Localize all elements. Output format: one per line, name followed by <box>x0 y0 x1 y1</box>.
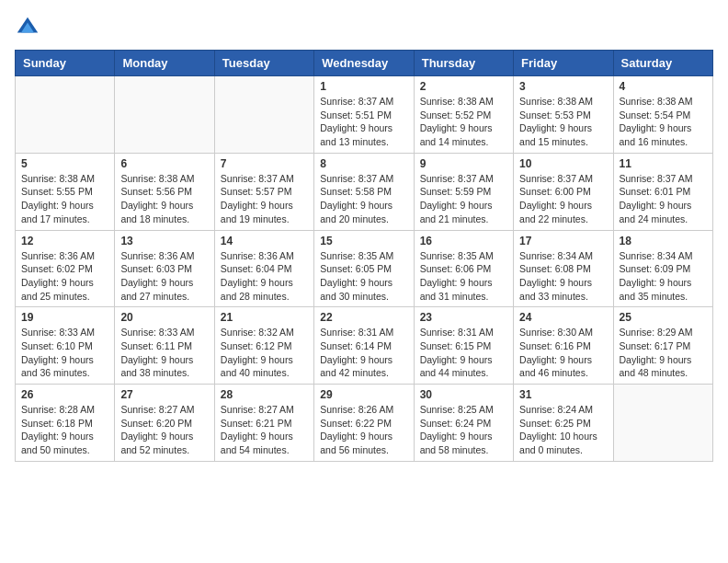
day-info: Sunrise: 8:38 AMSunset: 5:56 PMDaylight:… <box>120 172 208 226</box>
calendar-cell: 24Sunrise: 8:30 AMSunset: 6:16 PMDayligh… <box>514 307 613 385</box>
day-info: Sunrise: 8:36 AMSunset: 6:04 PMDaylight:… <box>221 249 308 304</box>
calendar-cell: 30Sunrise: 8:25 AMSunset: 6:24 PMDayligh… <box>414 385 513 462</box>
day-info: Sunrise: 8:35 AMSunset: 6:06 PMDaylight:… <box>420 249 507 304</box>
calendar-cell <box>16 76 115 154</box>
calendar-cell: 8Sunrise: 8:37 AMSunset: 5:58 PMDaylight… <box>314 153 414 230</box>
calendar-cell: 11Sunrise: 8:37 AMSunset: 6:01 PMDayligh… <box>613 153 712 230</box>
calendar-cell: 25Sunrise: 8:29 AMSunset: 6:17 PMDayligh… <box>613 307 712 385</box>
day-number: 13 <box>120 235 208 247</box>
day-info: Sunrise: 8:26 AMSunset: 6:22 PMDaylight:… <box>320 403 407 457</box>
day-info: Sunrise: 8:25 AMSunset: 6:24 PMDaylight:… <box>420 403 507 457</box>
calendar-cell: 18Sunrise: 8:34 AMSunset: 6:09 PMDayligh… <box>613 230 712 307</box>
day-number: 15 <box>320 235 407 247</box>
day-number: 22 <box>320 311 407 324</box>
day-info: Sunrise: 8:30 AMSunset: 6:16 PMDaylight:… <box>519 326 607 380</box>
day-number: 23 <box>420 311 507 324</box>
day-number: 12 <box>21 235 108 247</box>
calendar-cell: 19Sunrise: 8:33 AMSunset: 6:10 PMDayligh… <box>16 307 115 385</box>
calendar-cell <box>214 76 313 154</box>
calendar-cell: 20Sunrise: 8:33 AMSunset: 6:11 PMDayligh… <box>115 307 214 385</box>
calendar-cell: 12Sunrise: 8:36 AMSunset: 6:02 PMDayligh… <box>16 230 115 307</box>
calendar-cell: 6Sunrise: 8:38 AMSunset: 5:56 PMDaylight… <box>115 153 214 230</box>
calendar-cell <box>115 76 214 154</box>
day-number: 25 <box>620 311 707 324</box>
calendar: SundayMondayTuesdayWednesdayThursdayFrid… <box>15 50 713 462</box>
logo <box>15 15 42 40</box>
day-info: Sunrise: 8:36 AMSunset: 6:03 PMDaylight:… <box>120 249 208 304</box>
day-number: 6 <box>120 157 208 170</box>
weekday-header-saturday: Saturday <box>613 51 712 76</box>
day-number: 20 <box>120 311 208 324</box>
weekday-header-sunday: Sunday <box>16 51 115 76</box>
day-number: 31 <box>519 388 607 401</box>
calendar-cell: 22Sunrise: 8:31 AMSunset: 6:14 PMDayligh… <box>314 307 414 385</box>
day-number: 21 <box>221 311 308 324</box>
calendar-cell: 27Sunrise: 8:27 AMSunset: 6:20 PMDayligh… <box>115 385 214 462</box>
weekday-header-tuesday: Tuesday <box>214 51 313 76</box>
day-info: Sunrise: 8:37 AMSunset: 5:58 PMDaylight:… <box>320 172 407 226</box>
calendar-cell: 16Sunrise: 8:35 AMSunset: 6:06 PMDayligh… <box>414 230 513 307</box>
day-info: Sunrise: 8:31 AMSunset: 6:15 PMDaylight:… <box>420 326 507 380</box>
day-number: 1 <box>320 80 407 93</box>
calendar-cell: 5Sunrise: 8:38 AMSunset: 5:55 PMDaylight… <box>16 153 115 230</box>
calendar-cell: 3Sunrise: 8:38 AMSunset: 5:53 PMDaylight… <box>514 76 613 154</box>
day-info: Sunrise: 8:38 AMSunset: 5:55 PMDaylight:… <box>21 172 108 226</box>
day-number: 17 <box>519 235 607 247</box>
day-info: Sunrise: 8:33 AMSunset: 6:11 PMDaylight:… <box>120 326 208 380</box>
day-info: Sunrise: 8:37 AMSunset: 6:00 PMDaylight:… <box>519 172 607 226</box>
weekday-header-monday: Monday <box>115 51 214 76</box>
day-info: Sunrise: 8:24 AMSunset: 6:25 PMDaylight:… <box>519 403 607 457</box>
day-number: 16 <box>420 235 507 247</box>
day-number: 5 <box>21 157 108 170</box>
calendar-cell: 1Sunrise: 8:37 AMSunset: 5:51 PMDaylight… <box>314 76 414 154</box>
calendar-cell: 26Sunrise: 8:28 AMSunset: 6:18 PMDayligh… <box>16 385 115 462</box>
day-number: 3 <box>519 80 607 93</box>
day-number: 26 <box>21 388 108 401</box>
calendar-week-3: 12Sunrise: 8:36 AMSunset: 6:02 PMDayligh… <box>16 230 713 307</box>
day-info: Sunrise: 8:28 AMSunset: 6:18 PMDaylight:… <box>21 403 108 457</box>
day-info: Sunrise: 8:38 AMSunset: 5:53 PMDaylight:… <box>519 95 607 149</box>
day-info: Sunrise: 8:32 AMSunset: 6:12 PMDaylight:… <box>221 326 308 380</box>
calendar-cell: 28Sunrise: 8:27 AMSunset: 6:21 PMDayligh… <box>214 385 313 462</box>
day-number: 18 <box>620 235 707 247</box>
calendar-week-4: 19Sunrise: 8:33 AMSunset: 6:10 PMDayligh… <box>16 307 713 385</box>
weekday-header-wednesday: Wednesday <box>314 51 414 76</box>
weekday-header-thursday: Thursday <box>414 51 513 76</box>
calendar-cell: 2Sunrise: 8:38 AMSunset: 5:52 PMDaylight… <box>414 76 513 154</box>
calendar-cell: 21Sunrise: 8:32 AMSunset: 6:12 PMDayligh… <box>214 307 313 385</box>
day-number: 30 <box>420 388 507 401</box>
day-info: Sunrise: 8:31 AMSunset: 6:14 PMDaylight:… <box>320 326 407 380</box>
day-number: 8 <box>320 157 407 170</box>
calendar-cell: 23Sunrise: 8:31 AMSunset: 6:15 PMDayligh… <box>414 307 513 385</box>
day-info: Sunrise: 8:34 AMSunset: 6:09 PMDaylight:… <box>620 249 707 304</box>
page-header <box>15 15 713 40</box>
day-number: 10 <box>519 157 607 170</box>
calendar-cell: 7Sunrise: 8:37 AMSunset: 5:57 PMDaylight… <box>214 153 313 230</box>
calendar-cell: 13Sunrise: 8:36 AMSunset: 6:03 PMDayligh… <box>115 230 214 307</box>
day-info: Sunrise: 8:37 AMSunset: 6:01 PMDaylight:… <box>620 172 707 226</box>
day-number: 14 <box>221 235 308 247</box>
day-info: Sunrise: 8:35 AMSunset: 6:05 PMDaylight:… <box>320 249 407 304</box>
day-number: 2 <box>420 80 507 93</box>
calendar-cell: 9Sunrise: 8:37 AMSunset: 5:59 PMDaylight… <box>414 153 513 230</box>
day-info: Sunrise: 8:38 AMSunset: 5:52 PMDaylight:… <box>420 95 507 149</box>
day-number: 11 <box>620 157 707 170</box>
day-number: 4 <box>620 80 707 93</box>
day-info: Sunrise: 8:34 AMSunset: 6:08 PMDaylight:… <box>519 249 607 304</box>
day-number: 7 <box>221 157 308 170</box>
day-info: Sunrise: 8:37 AMSunset: 5:57 PMDaylight:… <box>221 172 308 226</box>
day-info: Sunrise: 8:36 AMSunset: 6:02 PMDaylight:… <box>21 249 108 304</box>
calendar-cell: 10Sunrise: 8:37 AMSunset: 6:00 PMDayligh… <box>514 153 613 230</box>
calendar-cell: 17Sunrise: 8:34 AMSunset: 6:08 PMDayligh… <box>514 230 613 307</box>
day-info: Sunrise: 8:29 AMSunset: 6:17 PMDaylight:… <box>620 326 707 380</box>
day-number: 27 <box>120 388 208 401</box>
day-info: Sunrise: 8:27 AMSunset: 6:20 PMDaylight:… <box>120 403 208 457</box>
calendar-week-2: 5Sunrise: 8:38 AMSunset: 5:55 PMDaylight… <box>16 153 713 230</box>
calendar-cell: 31Sunrise: 8:24 AMSunset: 6:25 PMDayligh… <box>514 385 613 462</box>
day-number: 28 <box>221 388 308 401</box>
day-info: Sunrise: 8:37 AMSunset: 5:51 PMDaylight:… <box>320 95 407 149</box>
day-number: 24 <box>519 311 607 324</box>
day-number: 19 <box>21 311 108 324</box>
calendar-cell: 4Sunrise: 8:38 AMSunset: 5:54 PMDaylight… <box>613 76 712 154</box>
calendar-cell: 29Sunrise: 8:26 AMSunset: 6:22 PMDayligh… <box>314 385 414 462</box>
